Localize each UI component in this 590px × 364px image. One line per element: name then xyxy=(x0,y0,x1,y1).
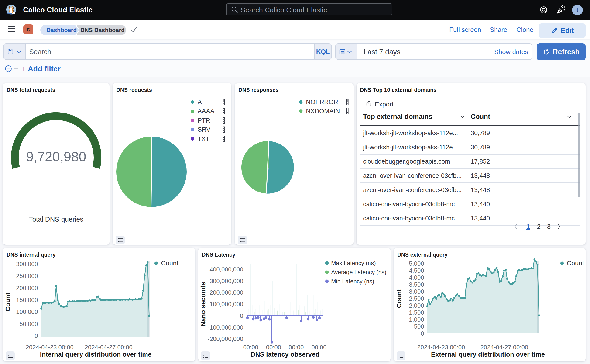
svg-text:4,000: 4,000 xyxy=(409,274,424,281)
svg-text:Count: Count xyxy=(395,289,403,308)
svg-text:0: 0 xyxy=(35,332,38,339)
svg-text:NXDOMAIN: NXDOMAIN xyxy=(306,108,340,115)
svg-text:Count: Count xyxy=(4,293,11,312)
svg-text:100,000: 100,000 xyxy=(16,308,38,315)
svg-text:3,500: 3,500 xyxy=(409,281,424,288)
svg-text:Count: Count xyxy=(567,260,584,267)
svg-text:Max Latency (ns): Max Latency (ns) xyxy=(331,260,376,266)
svg-text:50,000: 50,000 xyxy=(19,320,38,327)
svg-text:200,000,000: 200,000,000 xyxy=(209,289,243,296)
svg-text:Total DNS queries: Total DNS queries xyxy=(29,215,84,223)
svg-text:00:00: 00:00 xyxy=(311,344,326,351)
svg-text:PTR: PTR xyxy=(198,117,210,124)
svg-text:400,000,000: 400,000,000 xyxy=(209,266,243,273)
svg-text:9,720,980: 9,720,980 xyxy=(26,149,86,164)
svg-text:-200,000,000: -200,000,000 xyxy=(207,335,243,342)
svg-text:SRV: SRV xyxy=(198,126,210,133)
svg-text:0: 0 xyxy=(240,312,243,319)
svg-text:Nano seconds: Nano seconds xyxy=(200,282,207,326)
svg-text:Average Latency (ns): Average Latency (ns) xyxy=(331,269,386,275)
svg-text:2024-04-23 00:00: 2024-04-23 00:00 xyxy=(417,344,465,351)
svg-text:5,000: 5,000 xyxy=(409,260,424,267)
svg-text:00:00: 00:00 xyxy=(266,344,281,351)
svg-text:Count: Count xyxy=(161,260,178,267)
svg-text:300,000,000: 300,000,000 xyxy=(209,278,243,285)
svg-text:DNS latency observed: DNS latency observed xyxy=(251,351,319,358)
svg-text:Min Latency (ns): Min Latency (ns) xyxy=(331,278,374,285)
svg-text:A: A xyxy=(198,98,202,105)
svg-text:2,500: 2,500 xyxy=(409,295,424,302)
svg-text:2024-04-27 00:00: 2024-04-27 00:00 xyxy=(480,344,528,351)
svg-text:00:00: 00:00 xyxy=(243,344,258,351)
svg-text:0: 0 xyxy=(421,330,424,337)
svg-text:TXT: TXT xyxy=(198,135,209,142)
svg-text:300,000: 300,000 xyxy=(16,260,38,267)
svg-text:1,500: 1,500 xyxy=(409,309,424,316)
svg-text:2024-04-23 00:00: 2024-04-23 00:00 xyxy=(26,344,73,351)
svg-text:150,000: 150,000 xyxy=(16,296,38,303)
svg-text:200,000: 200,000 xyxy=(16,285,38,292)
svg-text:Internal query distribution ov: Internal query distribution over time xyxy=(40,351,151,358)
svg-text:-100,000,000: -100,000,000 xyxy=(207,324,243,331)
svg-text:100,000,000: 100,000,000 xyxy=(209,301,243,308)
svg-text:250,000: 250,000 xyxy=(16,273,38,280)
svg-text:4,500: 4,500 xyxy=(409,267,424,274)
svg-text:500: 500 xyxy=(414,323,424,330)
svg-text:00:00: 00:00 xyxy=(288,344,304,351)
svg-text:AAAA: AAAA xyxy=(198,108,214,115)
svg-text:NOERROR: NOERROR xyxy=(306,98,338,105)
svg-text:3,000: 3,000 xyxy=(409,288,424,295)
svg-text:1,000: 1,000 xyxy=(409,316,424,323)
svg-text:External query distribution ov: External query distribution over time xyxy=(431,351,545,358)
svg-text:2024-04-27 00:00: 2024-04-27 00:00 xyxy=(84,344,132,351)
svg-text:2,000: 2,000 xyxy=(409,302,424,309)
